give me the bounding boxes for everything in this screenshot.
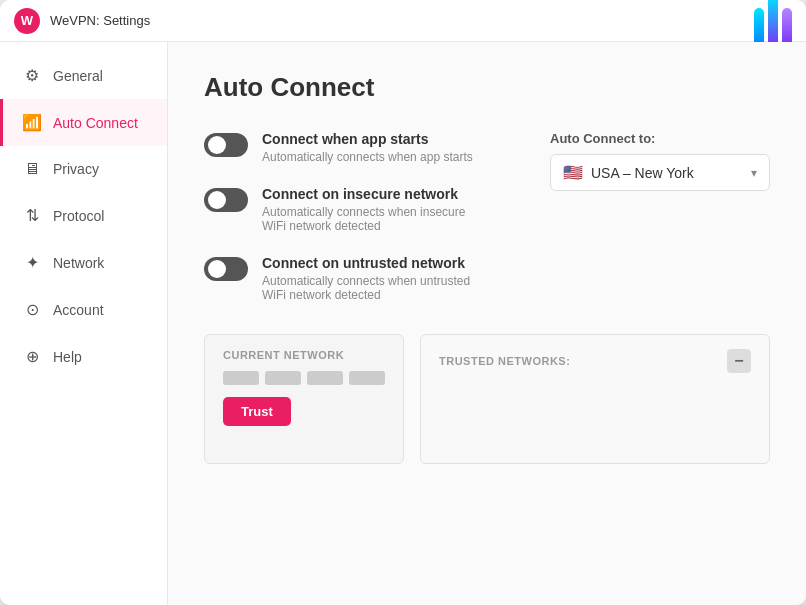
- toggle-desc-2: Automatically connects when insecure WiF…: [262, 205, 490, 233]
- toggle-label-2: Connect on insecure network: [262, 186, 490, 202]
- app-logo: W: [14, 8, 40, 34]
- app-title: WeVPN: Settings: [50, 13, 150, 28]
- current-network-label: CURRENT NETWORK: [223, 349, 385, 361]
- toggle-group-1: Connect when app starts Automatically co…: [204, 131, 473, 164]
- net-block-2: [265, 371, 301, 385]
- toggle-group-2: Connect on insecure network Automaticall…: [204, 186, 490, 233]
- app-window: W WeVPN: Settings ⚙ General 📶 Auto Conne…: [0, 0, 806, 605]
- toggle-label-1: Connect when app starts: [262, 131, 473, 147]
- wifi-icon: 📶: [23, 113, 41, 132]
- trusted-networks-box: TRUSTED NETWORKS: −: [420, 334, 770, 464]
- sidebar-item-auto-connect[interactable]: 📶 Auto Connect: [0, 99, 167, 146]
- toggle-row-2: Connect on insecure network Automaticall…: [204, 186, 490, 233]
- main-layout: ⚙ General 📶 Auto Connect 🖥 Privacy ⇅ Pro…: [0, 42, 806, 605]
- toggle-text-1: Connect when app starts Automatically co…: [262, 131, 473, 164]
- sidebar-label-network: Network: [53, 255, 104, 271]
- location-dropdown[interactable]: 🇺🇸 USA – New York ▾: [550, 154, 770, 191]
- toggle-untrusted-network[interactable]: [204, 257, 248, 281]
- protocol-icon: ⇅: [23, 206, 41, 225]
- sidebar-item-network[interactable]: ✦ Network: [0, 239, 167, 286]
- chevron-down-icon: ▾: [751, 166, 757, 180]
- sidebar-label-general: General: [53, 68, 103, 84]
- remove-trusted-network-button[interactable]: −: [727, 349, 751, 373]
- network-section: CURRENT NETWORK Trust TRUSTED NETWORKS: …: [204, 334, 770, 464]
- toggle-group-3: Connect on untrusted network Automatical…: [204, 255, 490, 302]
- network-icon: ✦: [23, 253, 41, 272]
- logo-letter: W: [21, 13, 33, 28]
- network-blocks: [223, 371, 385, 385]
- auto-connect-to-section: Auto Connect to: 🇺🇸 USA – New York ▾: [550, 131, 770, 191]
- trust-button[interactable]: Trust: [223, 397, 291, 426]
- account-icon: ⊙: [23, 300, 41, 319]
- gear-icon: ⚙: [23, 66, 41, 85]
- toggles-column: Connect when app starts Automatically co…: [204, 131, 490, 324]
- sidebar-item-help[interactable]: ⊕ Help: [0, 333, 167, 380]
- sidebar-item-account[interactable]: ⊙ Account: [0, 286, 167, 333]
- toggle-app-starts[interactable]: [204, 133, 248, 157]
- content-area: Auto Connect Connect when app starts Aut…: [168, 42, 806, 605]
- toggle-desc-3: Automatically connects when untrusted Wi…: [262, 274, 490, 302]
- logo-bar-1: [754, 8, 764, 46]
- toggle-label-3: Connect on untrusted network: [262, 255, 490, 271]
- sidebar-label-protocol: Protocol: [53, 208, 104, 224]
- sidebar-item-privacy[interactable]: 🖥 Privacy: [0, 146, 167, 192]
- privacy-icon: 🖥: [23, 160, 41, 178]
- sidebar-label-help: Help: [53, 349, 82, 365]
- toggle-row-3: Connect on untrusted network Automatical…: [204, 255, 490, 302]
- toggle-insecure-network[interactable]: [204, 188, 248, 212]
- toggle-row-1: Connect when app starts Automatically co…: [204, 131, 490, 164]
- logo-bar-2: [768, 0, 778, 46]
- sidebar-label-privacy: Privacy: [53, 161, 99, 177]
- sidebar-label-auto-connect: Auto Connect: [53, 115, 138, 131]
- trusted-networks-label: TRUSTED NETWORKS:: [439, 355, 570, 367]
- page-title: Auto Connect: [204, 72, 770, 103]
- toggle-desc-1: Automatically connects when app starts: [262, 150, 473, 164]
- sidebar-item-protocol[interactable]: ⇅ Protocol: [0, 192, 167, 239]
- help-icon: ⊕: [23, 347, 41, 366]
- sidebar-item-general[interactable]: ⚙ General: [0, 52, 167, 99]
- current-network-box: CURRENT NETWORK Trust: [204, 334, 404, 464]
- title-bar-icons: [754, 0, 792, 46]
- toggle-text-2: Connect on insecure network Automaticall…: [262, 186, 490, 233]
- net-block-3: [307, 371, 343, 385]
- selected-location: USA – New York: [591, 165, 694, 181]
- dropdown-left: 🇺🇸 USA – New York: [563, 163, 694, 182]
- auto-connect-to-label: Auto Connect to:: [550, 131, 770, 146]
- top-section: Connect when app starts Automatically co…: [204, 131, 770, 324]
- trusted-networks-header: TRUSTED NETWORKS: −: [439, 349, 751, 373]
- sidebar-label-account: Account: [53, 302, 104, 318]
- sidebar: ⚙ General 📶 Auto Connect 🖥 Privacy ⇅ Pro…: [0, 42, 168, 605]
- logo-bar-3: [782, 8, 792, 46]
- toggle-text-3: Connect on untrusted network Automatical…: [262, 255, 490, 302]
- net-block-1: [223, 371, 259, 385]
- wevpn-logo-graphic: [754, 0, 792, 46]
- net-block-4: [349, 371, 385, 385]
- flag-icon: 🇺🇸: [563, 163, 583, 182]
- title-bar: W WeVPN: Settings: [0, 0, 806, 42]
